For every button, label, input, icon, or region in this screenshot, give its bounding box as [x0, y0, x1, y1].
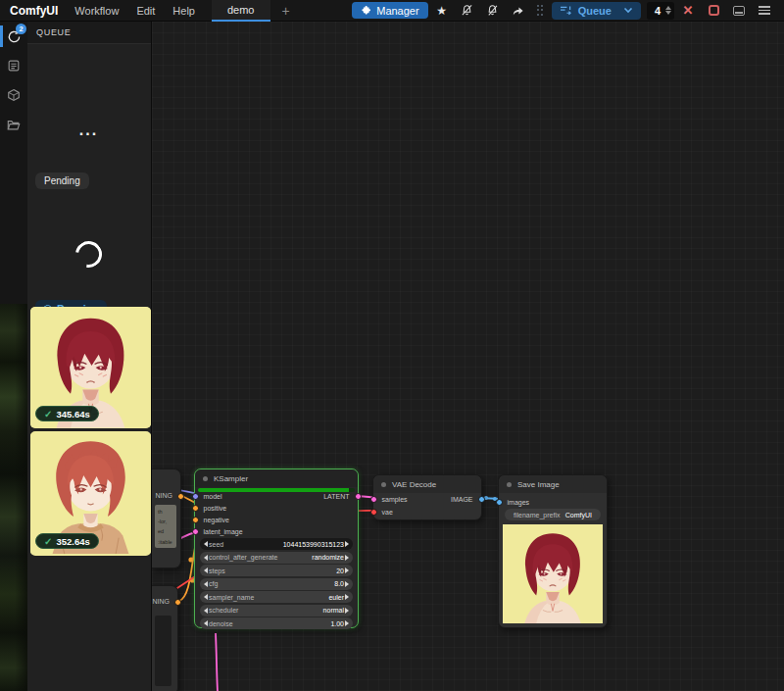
- decrement-arrow-icon[interactable]: [204, 620, 208, 626]
- increment-arrow-icon[interactable]: [345, 581, 349, 587]
- widget-cfg[interactable]: cfg8.0: [200, 578, 353, 590]
- collapse-dot-icon[interactable]: [381, 482, 386, 487]
- mute-sounds-button[interactable]: [481, 2, 505, 19]
- sidebar-item-model-library[interactable]: [0, 80, 27, 110]
- port-dot-model[interactable]: [192, 493, 199, 500]
- port-dot-latent-output[interactable]: [355, 493, 362, 500]
- port-images[interactable]: images: [496, 498, 530, 506]
- app-logo[interactable]: ComfyUI: [10, 4, 58, 18]
- port-latent-output[interactable]: LATENT: [323, 492, 361, 500]
- increment-arrow-icon[interactable]: [345, 594, 349, 600]
- queue-run-button[interactable]: Queue: [552, 2, 641, 20]
- duration-badge-1: ✓ 345.64s: [35, 406, 99, 421]
- queue-item-thumbnail-2[interactable]: ✓ 352.64s: [30, 431, 151, 556]
- sidebar-item-node-library[interactable]: [0, 51, 27, 80]
- collapse-dot-icon[interactable]: [507, 482, 512, 487]
- queue-button-label: Queue: [578, 5, 612, 17]
- decrement-icon[interactable]: [665, 11, 671, 15]
- decrement-arrow-icon[interactable]: [204, 581, 208, 587]
- widget-value: 8.0: [334, 580, 344, 587]
- port-dot-images[interactable]: [496, 499, 503, 506]
- new-tab-button[interactable]: +: [270, 0, 302, 22]
- stop-button[interactable]: [702, 2, 725, 19]
- port-dot-negative[interactable]: [192, 517, 199, 523]
- conditioning-output-label: NING: [153, 598, 171, 605]
- menu-help[interactable]: Help: [164, 5, 204, 17]
- puzzle-icon: [361, 5, 371, 16]
- port-label: images: [508, 499, 530, 506]
- decrement-arrow-icon[interactable]: [204, 568, 208, 573]
- widget-sampler-name[interactable]: sampler_nameeuler: [200, 591, 353, 603]
- increment-arrow-icon[interactable]: [345, 608, 349, 614]
- share-button[interactable]: [507, 2, 530, 19]
- port-model[interactable]: model: [192, 492, 222, 500]
- queue-item-pending[interactable]: ... Pending: [31, 51, 146, 196]
- prompt-text-widget[interactable]: th -lor, ed :itable: [155, 505, 176, 548]
- workflow-tabs: demo +: [212, 0, 302, 22]
- count-stepper-arrows[interactable]: [665, 6, 671, 15]
- node-ksampler[interactable]: KSampler model positive negative latent_…: [194, 469, 359, 628]
- decrement-arrow-icon[interactable]: [204, 541, 208, 547]
- port-conditioning-output[interactable]: [174, 599, 181, 606]
- node-header[interactable]: KSampler: [195, 469, 358, 487]
- node-clip-text-encode-partial-bottom[interactable]: NING: [152, 585, 178, 691]
- saved-image-preview[interactable]: [503, 524, 603, 623]
- port-positive[interactable]: positive: [192, 504, 227, 512]
- collapse-dot-icon[interactable]: [203, 476, 208, 481]
- port-dot-positive[interactable]: [192, 505, 199, 512]
- widget-steps[interactable]: steps20: [200, 565, 353, 576]
- port-latent-image[interactable]: latent_image: [192, 527, 243, 535]
- main-menu-button[interactable]: [753, 2, 776, 19]
- toolbar-drag-handle[interactable]: [536, 4, 546, 18]
- port-conditioning-output[interactable]: [177, 493, 184, 500]
- widget-denoise[interactable]: denoise1.00: [200, 617, 353, 629]
- widget-filename-prefix[interactable]: filename_prefix ComfyUI: [505, 509, 601, 520]
- prompt-text-widget[interactable]: [155, 616, 172, 686]
- increment-arrow-icon[interactable]: [345, 541, 349, 547]
- queue-item-thumbnail-1[interactable]: ✓ 345.64s: [30, 307, 151, 428]
- stop-square-icon: [709, 5, 719, 16]
- node-header[interactable]: Save Image: [499, 475, 607, 493]
- increment-arrow-icon[interactable]: [345, 555, 349, 561]
- star-icon: ★: [436, 5, 447, 17]
- queue-item-running[interactable]: Running: [31, 200, 146, 323]
- port-samples[interactable]: samples: [370, 495, 408, 503]
- increment-arrow-icon[interactable]: [345, 568, 349, 573]
- menu-edit[interactable]: Edit: [127, 5, 164, 17]
- toggle-bottom-panel-button[interactable]: [727, 2, 751, 19]
- port-negative[interactable]: negative: [192, 516, 229, 523]
- decrement-arrow-icon[interactable]: [204, 608, 208, 614]
- increment-icon[interactable]: [665, 6, 671, 10]
- manager-button[interactable]: Manager: [352, 2, 427, 19]
- widget-control-after-generate[interactable]: control_after_generaterandomize: [200, 552, 353, 564]
- node-save-image[interactable]: Save Image images filename_prefix ComfyU…: [498, 474, 608, 628]
- mute-notifications-button[interactable]: [456, 2, 479, 19]
- port-image-output[interactable]: IMAGE: [451, 495, 485, 503]
- port-dot-vae[interactable]: [370, 509, 377, 516]
- node-graph-canvas[interactable]: NING th -lor, ed :itable NING KSampler: [152, 22, 784, 691]
- decrement-arrow-icon[interactable]: [204, 555, 208, 561]
- sidebar-item-queue[interactable]: 2: [0, 22, 27, 51]
- port-dot-samples[interactable]: [370, 496, 377, 503]
- menu-workflow[interactable]: Workflow: [66, 5, 127, 17]
- widget-seed[interactable]: seed1044153990315123: [200, 538, 353, 550]
- folder-open-icon: [7, 119, 21, 131]
- manager-label: Manager: [376, 5, 418, 17]
- widget-scheduler[interactable]: schedulernormal: [200, 605, 353, 617]
- chevron-down-icon[interactable]: [623, 7, 633, 14]
- clear-queue-button[interactable]: ✕: [676, 2, 700, 19]
- port-dot-image-output[interactable]: [478, 496, 485, 503]
- pending-badge: Pending: [35, 173, 89, 189]
- port-dot-latent-image[interactable]: [192, 528, 199, 535]
- node-header[interactable]: VAE Decode: [373, 475, 481, 493]
- batch-count-stepper[interactable]: 4: [647, 2, 674, 20]
- increment-arrow-icon[interactable]: [345, 620, 349, 626]
- sidebar-item-workflows[interactable]: [0, 110, 27, 139]
- decrement-arrow-icon[interactable]: [204, 594, 208, 600]
- tab-demo[interactable]: demo: [212, 0, 270, 22]
- favorites-button[interactable]: ★: [430, 2, 454, 19]
- node-clip-text-encode-partial-top[interactable]: NING th -lor, ed :itable: [152, 469, 181, 568]
- node-vae-decode[interactable]: VAE Decode samples vae IMAGE: [372, 474, 482, 520]
- port-vae[interactable]: vae: [370, 508, 393, 516]
- port-label: samples: [382, 496, 408, 503]
